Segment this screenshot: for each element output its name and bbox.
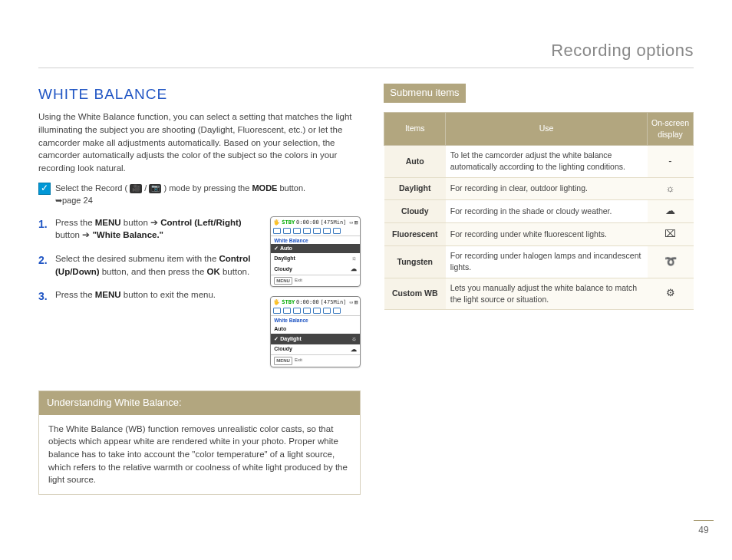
video-mode-icon: 🎥 bbox=[130, 184, 142, 193]
battery-icon: ▥ bbox=[354, 298, 358, 306]
step-text: button, and then press the bbox=[99, 267, 206, 276]
lcd-item-label: Auto bbox=[280, 245, 292, 251]
table-row: Cloudy For recording in the shade or clo… bbox=[384, 200, 694, 223]
cell-use: For recording under halogen lamps and in… bbox=[446, 246, 648, 278]
card-icon: ▭ bbox=[350, 298, 353, 306]
lcd-item-cloudy: Cloudy☁ bbox=[271, 344, 360, 355]
cell-use: Lets you manually adjust the white balan… bbox=[446, 278, 648, 309]
th-use: Use bbox=[446, 112, 648, 145]
lcd-toolbar bbox=[271, 308, 360, 315]
step-bold: "White Balance." bbox=[92, 230, 163, 239]
step-1: 1. Press the MENU button ➔ Control (Left… bbox=[38, 216, 262, 242]
tungsten-icon: ➰ bbox=[648, 246, 694, 278]
cell-use: For recording under white fluorescent li… bbox=[446, 223, 648, 246]
step-num: 3. bbox=[38, 288, 49, 304]
custom-wb-icon: ⚙ bbox=[648, 278, 694, 309]
photo-mode-icon: 📷 bbox=[149, 184, 161, 193]
step-num: 2. bbox=[38, 252, 49, 278]
step-bold: MENU bbox=[95, 218, 121, 227]
step-text: button ➔ bbox=[55, 230, 92, 239]
cell-disp: - bbox=[648, 146, 694, 177]
fluorescent-icon: ⌧ bbox=[648, 223, 694, 246]
table-row: Fluorescent For recording under white fl… bbox=[384, 223, 694, 246]
lcd-stby: STBY bbox=[282, 298, 295, 306]
lcd-remain: [475Min] bbox=[321, 298, 347, 306]
mode-text-end: button. bbox=[279, 183, 305, 193]
mode-bold: MODE bbox=[252, 183, 277, 193]
lcd-stby: STBY bbox=[282, 219, 295, 226]
cell-item: Tungsten bbox=[384, 246, 446, 278]
step-bold: MENU bbox=[95, 290, 121, 299]
sun-icon: ☼ bbox=[351, 254, 357, 263]
step-num: 1. bbox=[38, 216, 49, 242]
lcd-item-label: Auto bbox=[274, 325, 286, 333]
lcd-time: 0:00:00 bbox=[296, 298, 319, 306]
check-icon: ✓ bbox=[38, 183, 51, 195]
lcd-preview-2: 🖐 STBY 0:00:00 [475Min] ▭ ▥ White Balanc… bbox=[270, 296, 361, 367]
check-mark-icon: ✓ bbox=[274, 336, 279, 341]
cell-item: Daylight bbox=[384, 177, 446, 200]
step-text: Press the bbox=[55, 218, 95, 227]
lcd-item-cloudy: Cloudy☁ bbox=[271, 264, 360, 275]
sun-icon: ☼ bbox=[648, 177, 694, 200]
cell-use: To let the camcorder adjust the white ba… bbox=[446, 146, 648, 177]
lcd-exit-label: Exit bbox=[295, 357, 302, 365]
cell-item: Cloudy bbox=[384, 200, 446, 223]
table-row: Tungsten For recording under halogen lam… bbox=[384, 246, 694, 278]
left-column: WHITE BALANCE Using the White Balance fu… bbox=[38, 84, 361, 495]
page-header: Recording options bbox=[38, 38, 694, 68]
content-columns: WHITE BALANCE Using the White Balance fu… bbox=[38, 84, 694, 495]
lcd-exit-btn: MENU bbox=[274, 357, 292, 365]
lcd-item-auto: ✓ Auto bbox=[271, 244, 360, 253]
steps-list: 1. Press the MENU button ➔ Control (Left… bbox=[38, 216, 262, 367]
cell-item: Auto bbox=[384, 146, 446, 177]
page-number: 49 bbox=[694, 520, 714, 537]
section-heading: WHITE BALANCE bbox=[38, 84, 361, 105]
step-2: 2. Select the desired submenu item with … bbox=[38, 252, 262, 278]
lcd-screenshots: 🖐 STBY 0:00:00 [475Min] ▭ ▥ White Balanc… bbox=[270, 216, 361, 367]
sun-icon: ☼ bbox=[351, 334, 357, 344]
right-column: Submenu items Items Use On-screen displa… bbox=[384, 84, 694, 495]
lcd-preview-1: 🖐 STBY 0:00:00 [475Min] ▭ ▥ White Balanc… bbox=[270, 216, 361, 288]
hand-icon: 🖐 bbox=[273, 219, 280, 226]
cloud-icon: ☁ bbox=[351, 345, 357, 354]
lcd-time: 0:00:00 bbox=[296, 219, 319, 226]
understanding-heading: Understanding White Balance: bbox=[39, 391, 360, 415]
lcd-menu-title: White Balance bbox=[271, 236, 360, 244]
step-text: Press the bbox=[55, 290, 95, 299]
mode-text-post: ) mode by pressing the bbox=[163, 183, 252, 193]
check-mark-icon: ✓ bbox=[274, 245, 279, 251]
lcd-item-auto: Auto bbox=[271, 324, 360, 334]
lcd-item-daylight: Daylight☼ bbox=[271, 253, 360, 264]
lcd-item-label: Daylight bbox=[274, 255, 295, 262]
lcd-item-label: Daylight bbox=[280, 336, 302, 341]
th-display: On-screen display bbox=[648, 112, 694, 145]
submenu-heading: Submenu items bbox=[384, 84, 465, 103]
lcd-menu-title: White Balance bbox=[271, 315, 360, 324]
lcd-exit-label: Exit bbox=[295, 277, 302, 285]
card-icon: ▭ bbox=[350, 219, 353, 226]
battery-icon: ▥ bbox=[354, 219, 358, 226]
cell-use: For recording in clear, outdoor lighting… bbox=[446, 177, 648, 200]
mode-page-ref: ➥page 24 bbox=[55, 196, 93, 205]
lcd-item-daylight: ✓ Daylight ☼ bbox=[271, 334, 360, 344]
cell-use: For recording in the shade or cloudy wea… bbox=[446, 200, 648, 223]
understanding-body: The White Balance (WB) function removes … bbox=[39, 415, 360, 494]
lcd-item-label: Cloudy bbox=[274, 265, 292, 273]
cloud-icon: ☁ bbox=[351, 265, 357, 274]
intro-text: Using the White Balance function, you ca… bbox=[38, 110, 361, 174]
lcd-toolbar bbox=[271, 228, 360, 236]
cloud-icon: ☁ bbox=[648, 200, 694, 223]
step-text: button to exit the menu. bbox=[121, 290, 216, 299]
mode-text-pre: Select the Record ( bbox=[55, 183, 127, 193]
step-text: button. bbox=[220, 267, 249, 276]
step-3: 3. Press the MENU button to exit the men… bbox=[38, 288, 262, 304]
cell-item: Custom WB bbox=[384, 278, 446, 309]
table-row: Custom WB Lets you manually adjust the w… bbox=[384, 278, 694, 309]
lcd-item-label: Cloudy bbox=[274, 345, 292, 353]
understanding-box: Understanding White Balance: The White B… bbox=[38, 390, 361, 495]
hand-icon: 🖐 bbox=[273, 298, 280, 306]
cell-item: Fluorescent bbox=[384, 223, 446, 246]
step-text: Select the desired submenu item with the bbox=[55, 254, 219, 263]
mode-select-note: ✓ Select the Record ( 🎥 / 📷 ) mode by pr… bbox=[38, 183, 361, 207]
